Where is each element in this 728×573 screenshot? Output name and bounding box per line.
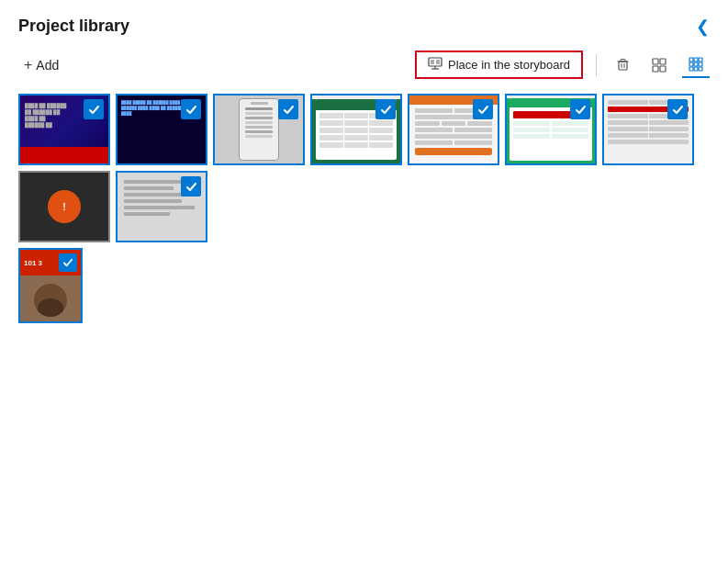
add-button[interactable]: + Add <box>18 53 64 77</box>
selected-check <box>181 99 201 119</box>
svg-rect-18 <box>694 62 698 66</box>
thumb-face <box>20 275 81 323</box>
thumbnail-item[interactable]: 101 3 <box>18 248 83 323</box>
svg-rect-14 <box>689 58 693 62</box>
thumbnails-grid: ████ ██ ████████ ██████ ██████ ████████ … <box>0 88 728 332</box>
svg-text:!: ! <box>62 201 66 212</box>
view-grid-large-button[interactable] <box>682 52 710 78</box>
grid-small-icon <box>651 57 667 73</box>
face-body <box>38 298 63 317</box>
svg-rect-17 <box>689 62 693 66</box>
selected-check <box>59 253 77 272</box>
trash-icon <box>615 57 631 73</box>
svg-rect-5 <box>619 62 627 70</box>
selected-check <box>667 99 688 119</box>
svg-rect-10 <box>653 59 658 64</box>
svg-rect-15 <box>694 58 698 62</box>
svg-rect-12 <box>653 66 658 72</box>
place-storyboard-button[interactable]: Place in the storyboard <box>415 51 583 79</box>
storyboard-icon <box>428 57 442 73</box>
svg-rect-22 <box>699 67 702 71</box>
thumbnail-item[interactable]: ████ ██ ████████ ██████ ██████ ████████ … <box>18 94 110 165</box>
thumbnail-item[interactable] <box>408 94 499 165</box>
face-circle <box>34 284 67 317</box>
place-storyboard-label: Place in the storyboard <box>448 58 570 72</box>
svg-rect-16 <box>699 58 702 62</box>
view-grid-small-button[interactable] <box>645 53 673 77</box>
svg-rect-7 <box>621 60 625 62</box>
svg-rect-1 <box>431 60 434 64</box>
toolbar-separator <box>596 54 597 76</box>
thumbnail-item[interactable]: ████ █████ ██ ██████ ████ █████ ██ █████… <box>116 94 207 165</box>
thumbnail-row-2: 101 3 <box>18 248 710 323</box>
svg-rect-20 <box>689 67 693 71</box>
close-button[interactable]: ❮ <box>696 18 710 35</box>
add-label: Add <box>36 58 59 73</box>
project-library-panel: Project library ❮ + Add Place in the sto… <box>0 0 728 573</box>
selected-check <box>375 99 396 119</box>
plus-icon: + <box>24 57 32 73</box>
thumbnail-row-1: ████ ██ ████████ ██████ ██████ ████████ … <box>18 94 710 242</box>
svg-rect-13 <box>660 66 666 72</box>
thumbnail-item[interactable] <box>505 94 597 165</box>
selected-check <box>570 99 590 119</box>
thumbnail-item[interactable] <box>213 94 305 165</box>
header: Project library ❮ <box>0 0 728 45</box>
selected-check <box>84 99 104 119</box>
svg-rect-19 <box>699 62 702 66</box>
delete-button[interactable] <box>610 53 636 76</box>
toolbar: + Add Place in the storyboard <box>0 45 728 88</box>
selected-check <box>278 99 298 119</box>
svg-rect-21 <box>694 67 698 71</box>
page-title: Project library <box>18 17 129 36</box>
thumbnail-item[interactable] <box>310 94 402 165</box>
svg-rect-2 <box>436 60 440 64</box>
selected-check <box>181 176 201 197</box>
thumbnail-item[interactable] <box>602 94 694 165</box>
orange-icon: ! <box>48 190 81 223</box>
thumbnail-item[interactable] <box>116 171 207 242</box>
thumbnail-item[interactable]: ! <box>18 171 110 242</box>
svg-rect-11 <box>660 59 666 64</box>
grid-large-icon <box>688 56 704 73</box>
selected-check <box>473 99 493 119</box>
